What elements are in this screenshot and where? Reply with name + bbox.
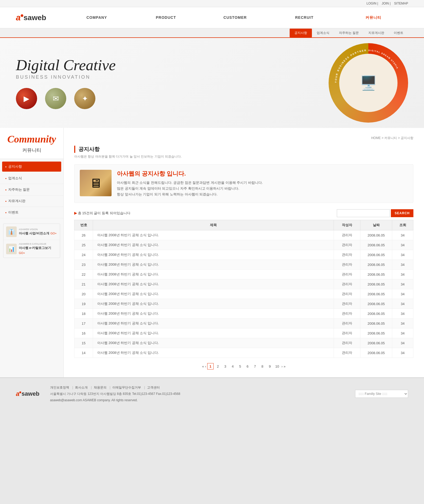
cell-subject[interactable]: 아사웹 2008년 하반기 공채 소식 입니다. xyxy=(93,309,334,319)
family-site-select[interactable]: :::::: Familly Site :::::: xyxy=(355,390,408,398)
cell-num: 17 xyxy=(74,319,93,328)
nav-community[interactable]: 커뮤니티 xyxy=(339,13,408,23)
subnav-event[interactable]: 이벤트 xyxy=(389,29,408,37)
nav-customer[interactable]: CUSTOMER xyxy=(201,13,270,23)
table-row[interactable]: 24 아사웹 2008년 하반기 공채 소식 입니다. 관리자 2008.06.… xyxy=(74,250,413,260)
page-7[interactable]: 7 xyxy=(252,363,258,369)
table-body: 26 아사웹 2008년 하반기 공채 소식 입니다. 관리자 2008.06.… xyxy=(74,230,413,358)
cell-num: 23 xyxy=(74,260,93,270)
table-row[interactable]: 20 아사웹 2008년 하반기 공채 소식 입니다. 관리자 2008.06.… xyxy=(74,289,413,299)
footer-privacy[interactable]: 개인보호정책 xyxy=(50,386,69,389)
page-5[interactable]: 5 xyxy=(237,363,243,369)
arrow-icon: ▶ xyxy=(74,211,77,215)
ball-gold: ✦ xyxy=(74,88,95,109)
subnav-industry[interactable]: 업계소식 xyxy=(312,29,334,37)
page-6[interactable]: 6 xyxy=(244,363,251,369)
nav-recruit[interactable]: RECRUIT xyxy=(270,13,339,23)
cell-subject[interactable]: 아사웹 2008년 하반기 공채 소식 입니다. xyxy=(93,230,334,240)
promo-catalogue-text: ASAWEB E-CATALOGUE 아사웹 e-카탈로그보기 GO+ xyxy=(19,243,57,255)
search-input[interactable] xyxy=(337,209,390,217)
sidebar-item-event[interactable]: • 이벤트 xyxy=(0,207,63,218)
table-row[interactable]: 15 아사웹 2008년 하반기 공채 소식 입니다. 관리자 2008.06.… xyxy=(74,338,413,348)
join-link[interactable]: JOIN xyxy=(382,2,389,5)
page-9[interactable]: 9 xyxy=(267,363,273,369)
nav-company[interactable]: COMPANY xyxy=(62,13,131,23)
cell-subject[interactable]: 아사웹 2008년 하반기 공채 소식 입니다. xyxy=(93,348,334,358)
cell-date: 2008.06.05 xyxy=(360,279,392,289)
page-next-button[interactable]: › xyxy=(281,364,282,368)
sitemap-link[interactable]: SITEMAP xyxy=(394,2,408,5)
table-row[interactable]: 21 아사웹 2008년 하반기 공채 소식 입니다. 관리자 2008.06.… xyxy=(74,279,413,289)
table-row[interactable]: 25 아사웹 2008년 하반기 공채 소식 입니다. 관리자 2008.06.… xyxy=(74,240,413,250)
cell-subject[interactable]: 아사웹 2008년 하반기 공채 소식 입니다. xyxy=(93,279,334,289)
cell-author: 관리자 xyxy=(334,319,360,328)
cell-subject[interactable]: 아사웹 2008년 하반기 공채 소식 입니다. xyxy=(93,270,334,279)
subnav-freeboard[interactable]: 지유게시판 xyxy=(364,29,389,37)
promo-vision-icon: 👔 xyxy=(6,226,17,237)
promo-item-vision[interactable]: 👔 ASAWEB VISION 아사웹 사업/비전소개 GO+ xyxy=(3,224,60,240)
cell-num: 25 xyxy=(74,240,93,250)
announce-body3: 항상 앞서나가는 기업이 되기 위해 노력하는 아사웹이 되겠습니다. xyxy=(117,191,263,197)
table-row[interactable]: 14 아사웹 2008년 하반기 공채 소식 입니다. 관리자 2008.06.… xyxy=(74,348,413,358)
sidebar-item-industry[interactable]: • 업계소식 xyxy=(0,173,63,184)
page-1[interactable]: 1 xyxy=(207,363,214,369)
cell-num: 21 xyxy=(74,279,93,289)
subnav-faq[interactable]: 자주하는 질문 xyxy=(334,29,364,37)
sidebar-item-freeboard[interactable]: • 자유게시판 xyxy=(0,195,63,207)
cell-author: 관리자 xyxy=(334,240,360,250)
promo-vision-label: ASAWEB VISION xyxy=(19,228,57,231)
promo-catalogue-go[interactable]: GO+ xyxy=(19,251,25,255)
subnav-notice[interactable]: 공지사항 xyxy=(290,29,312,37)
cell-subject[interactable]: 아사웹 2008년 하반기 공채 소식 입니다. xyxy=(93,250,334,260)
sub-nav-items: 공지사항 업계소식 자주하는 질문 지유게시판 이벤트 xyxy=(290,29,408,37)
page-last-button[interactable]: » xyxy=(284,364,285,368)
announce-title: 아사웹의 공지사항 입니다. xyxy=(117,170,263,178)
footer-logo-dot xyxy=(19,391,21,393)
nav-product[interactable]: PRODUCT xyxy=(131,13,201,23)
col-author: 작성자 xyxy=(334,220,360,230)
table-row[interactable]: 23 아사웹 2008년 하반기 공채 소식 입니다. 관리자 2008.06.… xyxy=(74,260,413,270)
cell-views: 34 xyxy=(392,270,413,279)
hero-circle: YOUR BUSINESS PARTNER DIGITAL DREAM UTOP… xyxy=(329,43,408,123)
cell-subject[interactable]: 아사웹 2008년 하반기 공채 소식 입니다. xyxy=(93,338,334,348)
page-first-button[interactable]: « xyxy=(202,364,204,368)
login-link[interactable]: LOGIN xyxy=(366,2,376,5)
cell-subject[interactable]: 아사웹 2008년 하반기 공채 소식 입니다. xyxy=(93,319,334,328)
cell-subject[interactable]: 아사웹 2008년 하반기 공채 소식 입니다. xyxy=(93,328,334,338)
footer-link-row: 개인보호정책| 회사소개| 채용문의| 이메일무단수집거부| 고객센터 xyxy=(50,384,180,391)
page-8[interactable]: 8 xyxy=(259,363,266,369)
footer-support[interactable]: 고객센터 xyxy=(147,386,160,389)
page-4[interactable]: 4 xyxy=(229,363,236,369)
table-row[interactable]: 17 아사웹 2008년 하반기 공채 소식 입니다. 관리자 2008.06.… xyxy=(74,319,413,328)
table-row[interactable]: 22 아사웹 2008년 하반기 공채 소식 입니다. 관리자 2008.06.… xyxy=(74,270,413,279)
ball-red: ▶ xyxy=(16,88,37,109)
section-header: 공지사항 xyxy=(74,146,413,153)
sidebar-item-faq-label: 자주하는 질문 xyxy=(8,187,30,192)
page-2[interactable]: 2 xyxy=(215,363,221,369)
promo-item-catalogue[interactable]: 📊 ASAWEB E-CATALOGUE 아사웹 e-카탈로그보기 GO+ xyxy=(3,240,60,258)
pagination: « ‹ 1 2 3 4 5 6 7 8 9 10 › » xyxy=(74,363,413,369)
cell-date: 2008.06.05 xyxy=(360,348,392,358)
cell-subject[interactable]: 아사웹 2008년 하반기 공채 소식 입니다. xyxy=(93,299,334,309)
footer-about[interactable]: 회사소개 xyxy=(75,386,88,389)
sidebar-item-faq[interactable]: • 자주하는 질문 xyxy=(0,184,63,195)
cell-date: 2008.06.05 xyxy=(360,230,392,240)
cell-views: 34 xyxy=(392,289,413,299)
table-row[interactable]: 19 아사웹 2008년 하반기 공채 소식 입니다. 관리자 2008.06.… xyxy=(74,299,413,309)
search-button[interactable]: SEARCH xyxy=(391,209,413,217)
page-prev-button[interactable]: ‹ xyxy=(205,364,206,368)
sidebar-item-notice[interactable]: • 공지사항 xyxy=(2,162,61,172)
promo-vision-go[interactable]: GO+ xyxy=(50,232,57,235)
table-row[interactable]: 26 아사웹 2008년 하반기 공채 소식 입니다. 관리자 2008.06.… xyxy=(74,230,413,240)
logo[interactable]: asaweb xyxy=(16,13,46,23)
cell-subject[interactable]: 아사웹 2008년 하반기 공채 소식 입니다. xyxy=(93,289,334,299)
cell-date: 2008.06.05 xyxy=(360,240,392,250)
table-row[interactable]: 18 아사웹 2008년 하반기 공채 소식 입니다. 관리자 2008.06.… xyxy=(74,309,413,319)
cell-subject[interactable]: 아사웹 2008년 하반기 공채 소식 입니다. xyxy=(93,240,334,250)
cell-subject[interactable]: 아사웹 2008년 하반기 공채 소식 입니다. xyxy=(93,260,334,270)
footer-nospam[interactable]: 이메일무단수집거부 xyxy=(112,386,141,389)
page-3[interactable]: 3 xyxy=(222,363,228,369)
footer-recruit[interactable]: 채용문의 xyxy=(94,386,107,389)
page-10[interactable]: 10 xyxy=(274,363,280,369)
table-row[interactable]: 16 아사웹 2008년 하반기 공채 소식 입니다. 관리자 2008.06.… xyxy=(74,328,413,338)
